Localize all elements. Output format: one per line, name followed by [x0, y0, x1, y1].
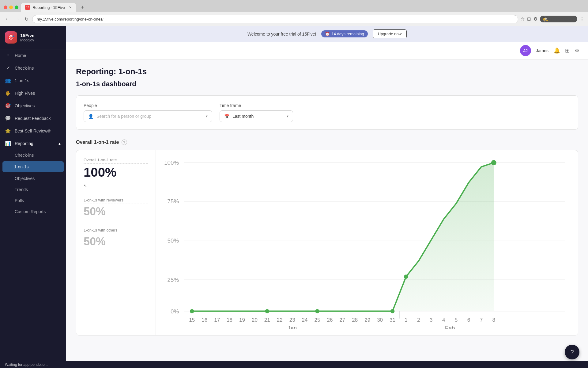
reviewers-rate-label: 1-on-1s with reviewers [84, 198, 148, 204]
sidebar-label-1on1s: 1-on-1s [15, 78, 29, 83]
svg-text:3: 3 [430, 317, 432, 323]
sidebar-label-best-self-review: Best-Self Review® [15, 128, 51, 133]
new-tab-btn[interactable]: + [78, 4, 87, 11]
app-logo-icon: 🎯 [5, 31, 17, 44]
svg-text:6: 6 [467, 317, 470, 323]
minimize-window-btn[interactable] [9, 6, 13, 9]
forward-btn[interactable]: → [13, 15, 21, 23]
svg-text:0%: 0% [171, 308, 179, 315]
home-icon: ⌂ [5, 53, 11, 58]
menu-btn[interactable]: ⋮ [580, 16, 584, 22]
top-user-bar: JJ James 🔔 ⊞ ⚙ [66, 42, 588, 59]
reporting-chevron-icon: ▲ [58, 142, 61, 145]
sidebar-item-best-self-review[interactable]: ⭐ Best-Self Review® [0, 125, 66, 137]
best-self-review-icon: ⭐ [5, 128, 11, 134]
svg-text:21: 21 [264, 317, 270, 323]
tab-close-btn[interactable]: ✕ [69, 6, 72, 10]
maximize-window-btn[interactable] [15, 6, 18, 9]
rate-dashboard-card: Overall 1-on-1 rate 100% ↖ 1-on-1s with … [76, 150, 578, 335]
svg-text:23: 23 [289, 317, 295, 323]
others-rate-label: 1-on-1s with others [84, 228, 148, 234]
extensions-icon[interactable]: ⚙ [533, 16, 537, 22]
bookmark-icon[interactable]: ☆ [521, 16, 525, 22]
timeframe-filter-group: Time frame 📅 Last month ▾ [220, 103, 293, 122]
address-bar[interactable] [32, 15, 518, 23]
browser-chrome: 15 Reporting · 15Five ✕ + ← → ↻ ☆ ⊡ ⚙ 🕵 … [0, 0, 588, 26]
sidebar-item-home[interactable]: ⌂ Home [0, 49, 66, 62]
close-window-btn[interactable] [4, 6, 7, 9]
svg-text:8: 8 [492, 317, 495, 323]
active-tab[interactable]: 15 Reporting · 15Five ✕ [21, 3, 76, 12]
sidebar-item-check-ins[interactable]: ✓ Check-ins [0, 62, 66, 74]
sidebar-label-objectives: Objectives [15, 103, 35, 108]
svg-text:18: 18 [227, 317, 232, 323]
people-select[interactable]: 👤 Search for a person or group ▾ [84, 110, 212, 122]
svg-text:22: 22 [277, 317, 283, 323]
main-content: Welcome to your free trial of 15Five! ⏰ … [66, 26, 588, 368]
svg-text:17: 17 [214, 317, 220, 323]
timeframe-select[interactable]: 📅 Last month ▾ [220, 110, 293, 122]
window-controls[interactable] [4, 6, 18, 9]
svg-text:30: 30 [377, 317, 383, 323]
sub-nav-custom-reports[interactable]: Custom Reports [0, 206, 66, 217]
people-placeholder: Search for a person or group [96, 114, 203, 119]
rate-section-title-text: Overall 1-on-1 rate [76, 140, 119, 145]
notifications-icon[interactable]: 🔔 [553, 47, 560, 54]
sub-nav-1on1s[interactable]: 1-on-1s [2, 161, 64, 172]
reviewers-rate-value: 50% [84, 205, 148, 218]
svg-text:5: 5 [455, 317, 458, 323]
page-title: Reporting: 1-on-1s [76, 67, 578, 76]
trial-days-badge: ⏰ 14 days remaining [321, 30, 368, 37]
logo-text: 15Five Moodjoy [20, 33, 35, 42]
sidebar-item-high-fives[interactable]: ✋ High Fives [0, 87, 66, 99]
svg-point-13 [315, 309, 319, 313]
svg-text:24: 24 [302, 317, 308, 323]
people-filter-label: People [84, 103, 212, 108]
svg-text:15: 15 [189, 317, 195, 323]
reporting-sub-nav: Check-ins 1-on-1s Objectives Trends Poll… [0, 150, 66, 217]
svg-text:25%: 25% [168, 277, 179, 283]
sub-nav-objectives[interactable]: Objectives [0, 173, 66, 184]
svg-text:Feb: Feb [445, 325, 455, 329]
svg-text:20: 20 [252, 317, 258, 323]
sidebar-item-1on1s[interactable]: 👥 1-on-1s [0, 74, 66, 87]
objectives-icon: 🎯 [5, 103, 11, 109]
grid-view-icon[interactable]: ⊞ [565, 47, 570, 54]
cast-icon[interactable]: ⊡ [527, 16, 531, 22]
user-display-name: James [536, 48, 548, 53]
svg-text:27: 27 [339, 317, 345, 323]
app-wrapper: 🎯 15Five Moodjoy ⌂ Home ✓ Check-ins 👥 1-… [0, 26, 588, 368]
svg-marker-10 [192, 163, 494, 311]
sidebar-item-reporting[interactable]: 📊 Reporting ▲ [0, 137, 66, 150]
upgrade-now-btn[interactable]: Upgrade now [373, 29, 407, 38]
help-fab-btn[interactable]: ? [565, 345, 579, 359]
status-message: Waiting for app.pendo.io... [5, 362, 48, 367]
timeframe-chevron-icon: ▾ [287, 114, 288, 118]
sidebar: 🎯 15Five Moodjoy ⌂ Home ✓ Check-ins 👥 1-… [0, 26, 66, 368]
sidebar-label-high-fives: High Fives [15, 91, 35, 96]
svg-point-14 [390, 309, 395, 313]
sidebar-item-objectives[interactable]: 🎯 Objectives [0, 99, 66, 112]
sub-nav-trends[interactable]: Trends [0, 184, 66, 195]
svg-text:28: 28 [352, 317, 358, 323]
svg-text:Jan: Jan [288, 325, 297, 329]
others-rate-value: 50% [84, 235, 148, 248]
rate-chart: 100% 75% 50% 25% 0% [163, 156, 571, 329]
sub-nav-check-ins[interactable]: Check-ins [0, 150, 66, 161]
svg-text:4: 4 [442, 317, 445, 323]
rate-help-icon[interactable]: ? [122, 140, 127, 145]
rate-section-title: Overall 1-on-1 rate ? [76, 140, 578, 145]
svg-text:1: 1 [405, 317, 407, 323]
back-btn[interactable]: ← [4, 15, 11, 23]
reload-btn[interactable]: ↻ [23, 15, 30, 23]
browser-action-buttons: ☆ ⊡ ⚙ 🕵 Incognito (2) ⋮ [521, 16, 584, 22]
browser-nav-bar: ← → ↻ ☆ ⊡ ⚙ 🕵 Incognito (2) ⋮ [0, 12, 588, 26]
cursor-indicator: ↖ [84, 183, 148, 188]
incognito-icon: 🕵 [542, 16, 548, 22]
user-avatar: JJ [520, 45, 531, 56]
svg-text:100%: 100% [164, 159, 179, 166]
settings-icon[interactable]: ⚙ [575, 47, 579, 54]
sub-nav-polls[interactable]: Polls [0, 195, 66, 206]
reviewers-rate-stat: 1-on-1s with reviewers 50% [84, 198, 148, 218]
sidebar-item-request-feedback[interactable]: 💬 Request Feedback [0, 112, 66, 125]
